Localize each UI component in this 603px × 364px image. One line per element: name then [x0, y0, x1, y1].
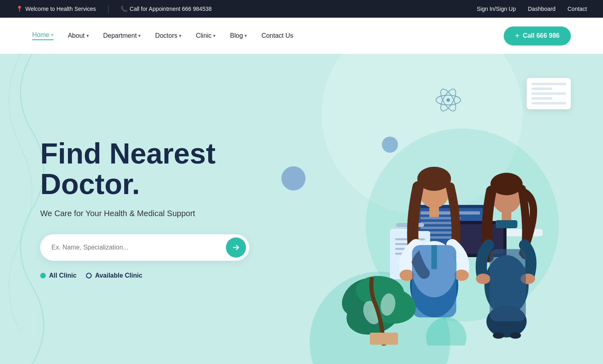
svg-rect-39 [496, 220, 517, 228]
all-clinic-option[interactable]: All Clinic [40, 272, 76, 279]
clinic-options: All Clinic Available Clinic [40, 272, 249, 279]
topbar-right[interactable]: Sign In/Sign Up Dashboard Contact [477, 6, 587, 12]
plus-icon: + [515, 31, 520, 41]
chevron-down-icon: ▾ [213, 33, 215, 39]
svg-point-44 [510, 332, 521, 339]
svg-point-40 [476, 274, 490, 284]
svg-point-5 [382, 137, 398, 153]
nav-links: Home ▾ About ▾ Department ▾ Doctors ▾ Cl [32, 31, 293, 40]
svg-point-43 [493, 332, 504, 339]
contact-link[interactable]: Contact [568, 6, 587, 12]
nav-link-blog[interactable]: Blog ▾ [230, 32, 247, 39]
nav-item-about[interactable]: About ▾ [68, 32, 89, 39]
svg-rect-52 [370, 333, 398, 345]
floating-document [527, 78, 571, 109]
nav-link-home[interactable]: Home ▾ [32, 31, 53, 40]
doctor-illustration [310, 72, 583, 346]
nav-item-department[interactable]: Department ▾ [103, 32, 141, 39]
nav-link-about[interactable]: About ▾ [68, 32, 89, 39]
signin-link[interactable]: Sign In/Sign Up [477, 6, 516, 12]
nav-item-blog[interactable]: Blog ▾ [230, 32, 247, 39]
navbar: Home ▾ About ▾ Department ▾ Doctors ▾ Cl [0, 18, 603, 54]
arrow-right-icon [232, 243, 240, 252]
call-cta-button[interactable]: + Call 666 986 [504, 27, 571, 45]
doc-line [531, 97, 552, 100]
nav-item-home[interactable]: Home ▾ [32, 31, 53, 40]
search-button[interactable] [226, 237, 246, 258]
outline-dot-icon [86, 273, 92, 278]
nav-item-doctors[interactable]: Doctors ▾ [155, 32, 181, 39]
topbar-left: 📍 Welcome to Health Services 📞 Call for … [16, 5, 212, 13]
chevron-down-icon: ▾ [138, 33, 141, 39]
nav-link-contact[interactable]: Contact Us [261, 32, 293, 39]
doc-line [531, 92, 566, 95]
chevron-down-icon: ▾ [51, 32, 53, 38]
pin-icon: 📍 [16, 6, 23, 12]
welcome-text: Welcome to Health Services [25, 6, 96, 12]
topbar-call: 📞 Call for Appointment 666 984538 [121, 6, 212, 12]
hero-illustration [289, 54, 603, 364]
hero-section: Find Nearest Doctor. We Care for Your He… [0, 54, 603, 364]
svg-rect-31 [429, 205, 439, 217]
chevron-down-icon: ▾ [244, 33, 247, 39]
hero-subtitle: We Care for Your Health & Medical Suppor… [40, 209, 249, 218]
nav-item-clinic[interactable]: Clinic ▾ [196, 32, 215, 39]
call-text: Call for Appointment 666 984538 [130, 6, 212, 12]
doc-line [531, 83, 566, 85]
phone-icon: 📞 [121, 6, 127, 12]
chevron-down-icon: ▾ [179, 33, 181, 39]
nav-link-doctors[interactable]: Doctors ▾ [155, 32, 181, 39]
svg-rect-15 [420, 227, 457, 229]
hero-title: Find Nearest Doctor. [40, 139, 249, 199]
nav-link-department[interactable]: Department ▾ [103, 32, 141, 39]
search-input[interactable] [51, 244, 226, 251]
doc-line [531, 102, 566, 104]
nav-link-clinic[interactable]: Clinic ▾ [196, 32, 215, 39]
filled-dot-icon [40, 273, 46, 278]
svg-point-32 [400, 270, 414, 281]
topbar: 📍 Welcome to Health Services 📞 Call for … [0, 0, 603, 18]
hero-content: Find Nearest Doctor. We Care for Your He… [0, 139, 249, 279]
chevron-down-icon: ▾ [86, 33, 89, 39]
svg-rect-34 [412, 245, 456, 317]
svg-rect-38 [502, 211, 511, 222]
svg-rect-45 [490, 249, 526, 321]
search-bar[interactable] [40, 234, 249, 261]
svg-point-53 [426, 317, 466, 346]
available-clinic-option[interactable]: Available Clinic [86, 272, 142, 279]
nav-item-contact[interactable]: Contact Us [261, 32, 293, 39]
dashboard-link[interactable]: Dashboard [528, 6, 556, 12]
topbar-welcome: 📍 Welcome to Health Services [16, 6, 96, 12]
cta-label: Call 666 986 [523, 32, 560, 39]
doc-line [531, 88, 552, 90]
topbar-divider [108, 5, 109, 13]
svg-point-33 [454, 270, 469, 281]
